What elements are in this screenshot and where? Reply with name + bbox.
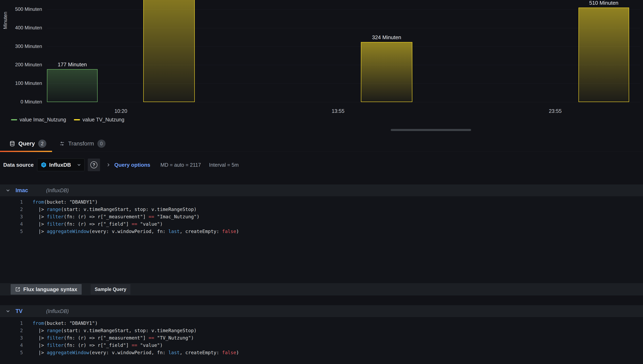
query-editor-footer: Flux language syntax Sample Query (0, 283, 643, 296)
legend-series-label: value TV_Nutzung (83, 117, 124, 123)
y-axis-tick-label: 500 Minuten (0, 6, 42, 12)
editor-tabbar: Query 2 Transform 0 (0, 136, 643, 152)
legend-series-color (11, 119, 17, 120)
bar-value-label: 510 Minuten (589, 0, 618, 6)
tab-query-count-badge: 2 (38, 140, 46, 148)
query-options-chevron-right-icon[interactable] (106, 158, 111, 172)
question-circle-icon: ? (91, 162, 97, 168)
sample-query-button-label: Sample Query (95, 287, 126, 292)
line-number: 1 (0, 198, 23, 206)
pane-resize-handle[interactable] (391, 129, 471, 131)
chevron-down-icon[interactable] (5, 188, 11, 193)
line-number: 5 (0, 349, 23, 356)
datasource-value: InfluxDB (49, 162, 74, 168)
gridline (47, 102, 640, 102)
time-series-bar-chart: Minuten 0 Minuten100 Minuten200 Minuten3… (0, 0, 643, 122)
chart-bar (361, 42, 412, 102)
query-row-tv: TV (InfluxDB) 1from(bucket: "DBANDY1")2 … (0, 305, 643, 364)
code-line[interactable]: 4 |> filter(fn: (r) => r["_field"] == "v… (0, 342, 643, 349)
database-icon (10, 141, 15, 146)
y-axis-tick-label: 100 Minuten (0, 80, 42, 86)
x-axis-tick-label: 13:55 (332, 108, 345, 114)
bar-value-label: 324 Minuten (372, 34, 401, 40)
tab-transform-count-badge: 0 (97, 140, 106, 148)
tab-transform[interactable]: Transform 0 (52, 136, 111, 152)
code-text: |> filter(fn: (r) => r["_measurement"] =… (33, 334, 194, 342)
transform-icon (59, 141, 65, 146)
query-datasource-hint: (InfluxDB) (46, 308, 69, 314)
flux-syntax-button[interactable]: Flux language syntax (11, 284, 82, 295)
code-text: |> range(start: v.timeRangeStart, stop: … (33, 206, 197, 213)
code-text: |> filter(fn: (r) => r["_measurement"] =… (33, 213, 199, 220)
tab-query[interactable]: Query 2 (0, 136, 52, 152)
x-axis-tick-label: 23:55 (549, 108, 562, 114)
code-text: |> filter(fn: (r) => r["_field"] == "val… (33, 342, 163, 349)
interval-summary: Interval = 5m (209, 158, 239, 172)
code-text: |> aggregateWindow(every: v.windowPeriod… (33, 349, 239, 356)
legend-series-label: value Imac_Nutzung (20, 117, 66, 123)
sample-query-button[interactable]: Sample Query (91, 284, 131, 295)
query-toolbar: Data source InfluxDB ? Query optio (0, 158, 643, 172)
bar-value-label: 177 Minuten (58, 62, 87, 68)
y-axis-tick-label: 300 Minuten (0, 44, 42, 49)
query-options-toggle[interactable]: Query options (114, 158, 150, 172)
line-number: 1 (0, 320, 23, 327)
query-name[interactable]: TV (16, 308, 23, 314)
code-line[interactable]: 1from(bucket: "DBANDY1") (0, 320, 643, 327)
x-axis-tick-label: 10:20 (115, 108, 127, 114)
code-line[interactable]: 3 |> filter(fn: (r) => r["_measurement"]… (0, 213, 643, 220)
code-text: from(bucket: "DBANDY1") (33, 320, 98, 327)
code-text: |> range(start: v.timeRangeStart, stop: … (33, 327, 197, 334)
code-line[interactable]: 5 |> aggregateWindow(every: v.windowPeri… (0, 349, 643, 356)
code-line[interactable]: 5 |> aggregateWindow(every: v.windowPeri… (0, 228, 643, 235)
external-link-icon (15, 287, 21, 292)
query-row-imac: Imac (InfluxDB) 1from(bucket: "DBANDY1")… (0, 184, 643, 296)
legend-series-color (74, 119, 80, 120)
y-axis-tick-label: 200 Minuten (0, 62, 42, 68)
y-axis-tick-label: 0 Minuten (0, 99, 42, 105)
query-datasource-hint: (InfluxDB) (46, 188, 69, 194)
chevron-down-icon[interactable] (5, 308, 11, 314)
grafana-panel-editor: Minuten 0 Minuten100 Minuten200 Minuten3… (0, 0, 643, 364)
chevron-down-icon (77, 162, 82, 167)
gridline (47, 46, 640, 47)
max-datapoints-summary: MD = auto = 2117 (161, 158, 201, 172)
code-text: |> aggregateWindow(every: v.windowPeriod… (33, 228, 239, 235)
query-name[interactable]: Imac (16, 187, 28, 194)
code-line[interactable]: 3 |> filter(fn: (r) => r["_measurement"]… (0, 334, 643, 342)
query-row-header[interactable]: Imac (InfluxDB) (0, 184, 643, 196)
chart-legend: value Imac_Nutzungvalue TV_Nutzung (11, 117, 124, 123)
code-line[interactable]: 4 |> filter(fn: (r) => r["_field"] == "v… (0, 220, 643, 228)
code-line[interactable]: 2 |> range(start: v.timeRangeStart, stop… (0, 327, 643, 334)
datasource-label: Data source (3, 158, 34, 172)
chart-bar (143, 0, 195, 102)
flux-code-editor[interactable]: 1from(bucket: "DBANDY1")2 |> range(start… (0, 317, 643, 364)
code-line[interactable]: 2 |> range(start: v.timeRangeStart, stop… (0, 206, 643, 213)
chart-bar (578, 8, 629, 102)
line-number: 5 (0, 228, 23, 235)
tab-transform-label: Transform (68, 140, 94, 147)
gridline (47, 28, 640, 28)
chart-bar (47, 69, 98, 102)
line-number: 2 (0, 327, 23, 334)
flux-syntax-button-label: Flux language syntax (23, 286, 77, 292)
datasource-picker[interactable]: InfluxDB (37, 158, 85, 171)
line-number: 3 (0, 213, 23, 220)
y-axis-tick-label: 400 Minuten (0, 25, 42, 30)
tab-query-label: Query (18, 140, 35, 147)
influxdb-logo-icon (41, 162, 47, 168)
datasource-help-button[interactable]: ? (88, 158, 100, 171)
code-text: |> filter(fn: (r) => r["_field"] == "val… (33, 220, 163, 228)
line-number: 4 (0, 220, 23, 228)
line-number: 3 (0, 334, 23, 342)
code-line[interactable]: 1from(bucket: "DBANDY1") (0, 198, 643, 206)
gridline (47, 84, 640, 84)
line-number: 2 (0, 206, 23, 213)
line-number: 4 (0, 342, 23, 349)
code-text: from(bucket: "DBANDY1") (33, 198, 98, 206)
legend-item[interactable]: value TV_Nutzung (74, 117, 124, 123)
query-row-header[interactable]: TV (InfluxDB) (0, 305, 643, 317)
flux-code-editor[interactable]: 1from(bucket: "DBANDY1")2 |> range(start… (0, 196, 643, 283)
legend-item[interactable]: value Imac_Nutzung (11, 117, 66, 123)
